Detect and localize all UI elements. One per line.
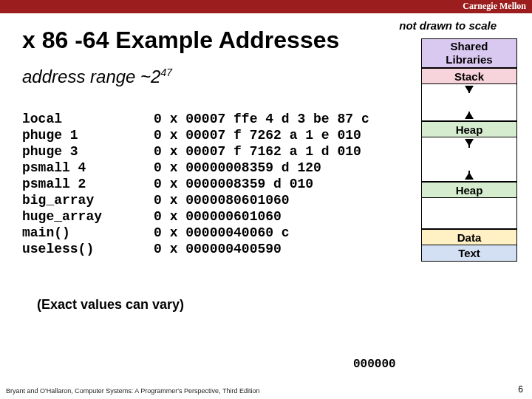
segment-shared-libraries: Shared Libraries (421, 38, 517, 68)
segment-heap-lower: Heap (421, 182, 517, 198)
subtitle-text: address range ~2 (22, 66, 160, 86)
arrow-down-icon (465, 86, 474, 93)
slide-root: Carnegie Mellon not drawn to scale x 86 … (0, 0, 532, 399)
segment-stack: Stack (421, 68, 517, 84)
scale-note: not drawn to scale (399, 19, 497, 32)
address-column: 0 x 00007 ffe 4 d 3 be 87 c 0 x 00007 f … (154, 111, 369, 257)
memory-diagram: Shared Libraries Stack Heap Heap Data Te… (421, 38, 517, 262)
vary-note: (Exact values can vary) (37, 297, 184, 313)
address-table: local phuge 1 phuge 3 psmall 4 psmall 2 … (22, 111, 369, 257)
symbol-column: local phuge 1 phuge 3 psmall 4 psmall 2 … (22, 111, 102, 257)
arrow-down-icon (465, 139, 474, 146)
arrow-stem (468, 112, 470, 119)
segment-heap-upper: Heap (421, 121, 517, 137)
gap-stack-heap (421, 84, 517, 121)
page-number: 6 (518, 384, 523, 395)
shared-line2: Libraries (422, 53, 516, 66)
gap-heap-data (421, 198, 517, 229)
subtitle-exponent: 47 (160, 66, 172, 78)
gap-between-heaps (421, 137, 517, 182)
segment-data: Data (421, 229, 517, 245)
slide-subtitle: address range ~247 (22, 66, 172, 87)
segment-text: Text (421, 245, 517, 262)
top-bar (0, 0, 532, 13)
arrow-stem (468, 171, 470, 180)
footer-citation: Bryant and O'Hallaron, Computer Systems:… (6, 387, 259, 395)
brand-label: Carnegie Mellon (463, 1, 526, 12)
zero-address-label: 000000 (353, 358, 396, 371)
slide-title: x 86 -64 Example Addresses (22, 27, 339, 54)
shared-line1: Shared (422, 40, 516, 53)
